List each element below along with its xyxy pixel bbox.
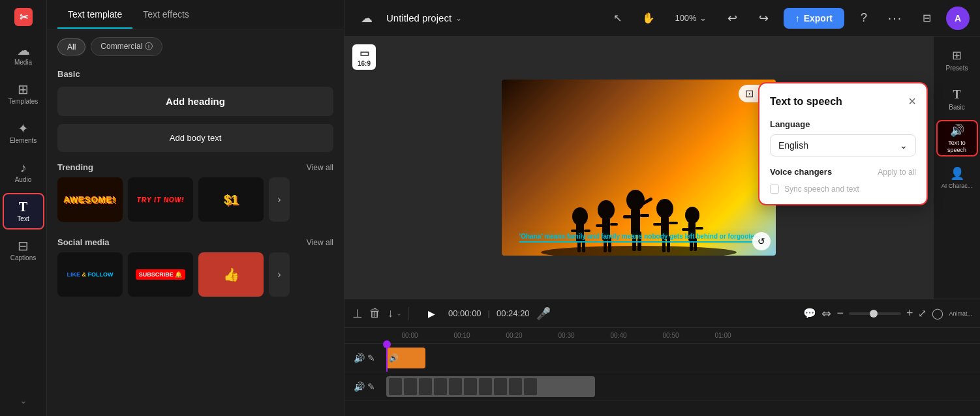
more-options-button[interactable]: ··· [883, 7, 907, 30]
timeline-captions-icon[interactable]: 💬 [803, 307, 816, 319]
track-speaker-2-icon[interactable]: 🔊 [354, 381, 365, 392]
timeline-mic-icon[interactable]: 🎤 [536, 306, 551, 321]
track-speaker-icon[interactable]: 🔊 [354, 353, 365, 363]
refresh-button[interactable]: ↺ [752, 232, 771, 250]
zoom-value: 100% [675, 13, 696, 23]
aspect-ratio-badge[interactable]: ▭ 16:9 [352, 44, 376, 70]
export-button[interactable]: ↑ Export [784, 8, 844, 29]
trending-item-dollar[interactable]: $1 [198, 177, 264, 222]
timeline-play-button[interactable]: ▶ [421, 303, 442, 324]
timeline-expand-icon[interactable]: ⤢ [918, 307, 926, 319]
table-row: 🔊 ✎ 🔊 [345, 344, 980, 372]
sidebar-item-media[interactable]: ☁ Media [3, 37, 44, 73]
timeline-download-icon[interactable]: ↓ [388, 306, 393, 320]
project-chevron-icon: ⌄ [455, 14, 462, 23]
captions-icon: ⊟ [18, 239, 29, 252]
zoom-button[interactable]: 100% ⌄ [668, 9, 712, 27]
undo-button[interactable]: ↩ [721, 7, 744, 30]
trending-item-awesome[interactable]: AWESOME! [57, 177, 123, 222]
right-panel-ai-character[interactable]: 👤 AI Charac... [936, 159, 978, 196]
right-panel-presets[interactable]: ⊞ Presets [936, 42, 978, 78]
svg-point-9 [598, 200, 615, 220]
timeline-divider-1 [408, 307, 409, 320]
svg-text:✂: ✂ [19, 12, 28, 23]
text-icon: T [19, 200, 27, 213]
trending-item-try-it-now[interactable]: TRY IT NOW! [128, 177, 193, 222]
split-view-button[interactable]: ⊟ [915, 7, 938, 30]
social-view-all[interactable]: View all [307, 238, 333, 247]
sidebar-item-elements[interactable]: ✦ Elements [3, 115, 44, 151]
timeline-delete-icon[interactable]: 🗑 [369, 306, 381, 320]
tl-clip[interactable] [386, 376, 595, 397]
add-body-button[interactable]: Add body text [57, 124, 333, 152]
cloud-save-button[interactable]: ☁ [355, 7, 378, 30]
tts-header: Text to speech × [770, 94, 916, 109]
presets-icon: ⊞ [952, 48, 962, 63]
play-icon: ▶ [428, 308, 435, 319]
timeline-zoom-thumb [870, 310, 878, 318]
table-row: 🔊 ✎ [345, 372, 980, 401]
timeline-circle-icon[interactable]: ◯ [932, 307, 943, 319]
project-title: Untitled project [386, 12, 452, 23]
filter-commercial[interactable]: Commercial ⓘ [91, 37, 162, 56]
timeline-zoom-minus[interactable]: − [836, 306, 844, 320]
tts-sync-checkbox[interactable] [770, 185, 779, 194]
tab-text-effects[interactable]: Text effects [132, 0, 200, 29]
social-item-like-follow[interactable]: LIKE & FOLLOW [57, 252, 123, 297]
social-item-subscribe[interactable]: SUBSCRIBE 🔔 [128, 252, 193, 297]
avatar-button[interactable]: A [946, 7, 970, 30]
filter-all[interactable]: All [57, 38, 85, 55]
audio-icon: ♪ [20, 161, 27, 174]
tts-dropdown-chevron-icon: ⌄ [900, 140, 908, 151]
ruler-mark-2: 00:20 [488, 332, 540, 339]
timeline-download-chevron[interactable]: ⌄ [396, 309, 402, 318]
right-panel-tts[interactable]: 🔊 Text tospeech [936, 120, 978, 156]
timeline-cursor [386, 344, 388, 372]
tts-close-button[interactable]: × [908, 94, 916, 109]
tts-language-dropdown[interactable]: English ⌄ [770, 134, 916, 156]
cursor-tool-button[interactable]: ↖ [605, 7, 629, 30]
tab-text-template[interactable]: Text template [57, 0, 132, 29]
sidebar-item-audio[interactable]: ♪ Audio [3, 154, 44, 190]
templates-icon: ⊞ [18, 83, 29, 96]
sidebar-item-text[interactable]: T Text [3, 193, 44, 230]
track-content-2 [384, 372, 980, 400]
timeline-icon-group: 💬 ⇔ − + ⤢ ◯ Animat... [803, 306, 972, 321]
sidebar-item-captions[interactable]: ⊟ Captions [3, 232, 44, 269]
zoom-chevron-icon: ⌄ [699, 13, 707, 23]
film-frame [419, 378, 432, 395]
sidebar-collapse-arrow[interactable]: ⌄ [20, 395, 27, 406]
help-button[interactable]: ? [852, 7, 876, 30]
ai-character-icon: 👤 [950, 166, 964, 181]
track-side-1: 🔊 ✎ [345, 353, 384, 363]
timeline-tracks: 00:00 00:10 00:20 00:30 00:40 00:50 01:0… [345, 328, 980, 416]
trending-view-all[interactable]: View all [307, 163, 333, 172]
svg-rect-5 [571, 230, 577, 232]
timeline-zoom-track[interactable] [849, 312, 901, 315]
trending-more-btn[interactable]: › [269, 177, 290, 222]
trending-grid: AWESOME! TRY IT NOW! $1 › [47, 177, 344, 222]
presets-label: Presets [946, 65, 968, 72]
track-edit-icon[interactable]: ✎ [367, 353, 375, 363]
svg-point-21 [656, 199, 673, 218]
project-title-area[interactable]: Untitled project ⌄ [386, 12, 462, 23]
ruler-mark-3: 00:30 [540, 332, 592, 339]
app-logo[interactable]: ✂ [12, 5, 35, 29]
timeline-align-icon[interactable]: ⊥ [352, 306, 363, 321]
sidebar-item-templates[interactable]: ⊞ Templates [3, 76, 44, 112]
timeline-zoom-plus[interactable]: + [906, 306, 913, 320]
tts-icon: 🔊 [950, 123, 964, 138]
hand-tool-button[interactable]: ✋ [637, 7, 660, 30]
add-heading-button[interactable]: Add heading [57, 87, 333, 116]
social-item-thumbs-up[interactable]: 👍 [198, 252, 264, 297]
tts-sync-area: Sync speech and text [770, 185, 916, 194]
tl-clip[interactable]: 🔊 [386, 348, 425, 368]
redo-button[interactable]: ↪ [752, 7, 776, 30]
right-panel-basic[interactable]: T Basic [936, 81, 978, 117]
track-edit-2-icon[interactable]: ✎ [367, 381, 375, 392]
social-more-btn[interactable]: › [269, 252, 290, 297]
tts-apply-all-btn[interactable]: Apply to all [878, 168, 916, 177]
overlay-copy-icon[interactable]: ⊡ [745, 87, 754, 100]
timeline-align-tracks-icon[interactable]: ⇔ [821, 306, 831, 321]
timeline-anim-label[interactable]: Animat... [949, 310, 972, 317]
